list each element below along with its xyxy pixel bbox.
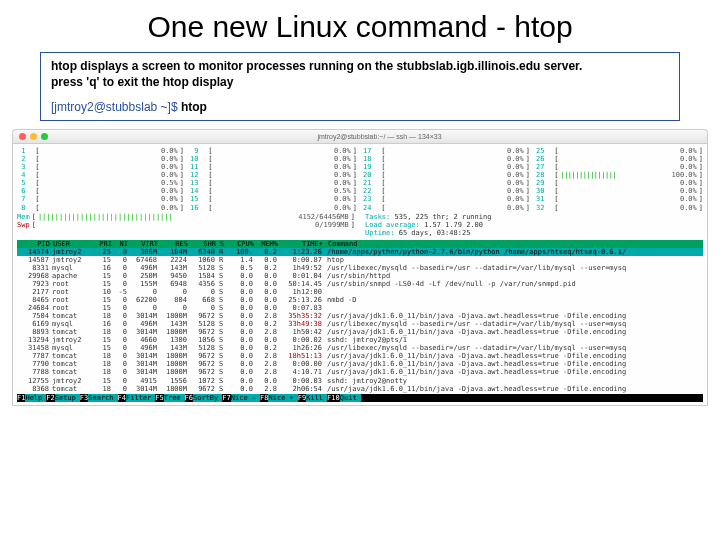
fkey-filter[interactable]: F4Filter [118,394,156,402]
cpu-meter: 28 [|||||||||||||||100.0%] [536,171,703,179]
fkey-kill[interactable]: F9Kill [298,394,327,402]
cpu-meter: 7 [0.0%] [17,195,184,203]
cpu-meter: 15 [0.0%] [190,195,357,203]
process-row[interactable]: 7788tomcat1803014M1800M9672S0.02.84:10.7… [17,368,703,376]
fkey-quit[interactable]: F10Quit [327,394,361,402]
process-row[interactable]: 7787tomcat1803014M1800M9672S0.02.818h51:… [17,352,703,360]
process-row[interactable]: 7923root150155M69484356S0.00.050:14.45/u… [17,280,703,288]
fkey-setup[interactable]: F2Setup [46,394,80,402]
htop-terminal[interactable]: 1 [0.0%] 2 [0.0%] 3 [0.0%] 4 [0.0%] 5 [0… [12,143,708,405]
cpu-meter: 9 [0.0%] [190,147,357,155]
cpu-meter: 22 [0.0%] [363,187,530,195]
process-list[interactable]: 14574jmtroy2250306M104M6340R100.0.21:23.… [17,248,703,393]
load-info: Load average: 1.57 1.79 2.00 [365,221,703,229]
zoom-icon[interactable] [41,133,48,140]
cpu-meter: 5 [0.5%] [17,179,184,187]
tasks-info: Tasks: 535, 225 thr; 2 running [365,213,703,221]
cpu-meter: 14 [0.5%] [190,187,357,195]
process-row[interactable]: 14574jmtroy2250306M104M6340R100.0.21:23.… [17,248,703,256]
process-row[interactable]: 6169mysql160496M143M5128S0.00.233h49:38/… [17,320,703,328]
process-row[interactable]: 8368tomcat1803014M1800M9672S0.02.82h06:5… [17,385,703,393]
cpu-meter: 12 [0.0%] [190,171,357,179]
fkey-help[interactable]: F1Help [17,394,46,402]
minimize-icon[interactable] [30,133,37,140]
cpu-meter: 1 [0.0%] [17,147,184,155]
description-box: htop displays a screen to monitor proces… [40,52,680,121]
process-row[interactable]: 8331mysql160496M143M5128S0.50.21h49:52/u… [17,264,703,272]
cpu-meter: 6 [0.0%] [17,187,184,195]
close-icon[interactable] [19,133,26,140]
cpu-meter: 13 [0.0%] [190,179,357,187]
cpu-meter: 32 [0.0%] [536,204,703,212]
cpu-meter: 29 [0.0%] [536,179,703,187]
cpu-meter: 31 [0.0%] [536,195,703,203]
cpu-meter: 16 [0.0%] [190,204,357,212]
fkey-nice +[interactable]: F8Nice + [260,394,298,402]
cpu-meter: 26 [0.0%] [536,155,703,163]
process-header[interactable]: PIDUSERPRINIVIRTRESSHRSCPU%MEM%TIME+Comm… [17,240,703,248]
cpu-meter: 23 [0.0%] [363,195,530,203]
cpu-meter: 21 [0.0%] [363,179,530,187]
cpu-meter: 17 [0.0%] [363,147,530,155]
process-row[interactable]: 14587jmtroy21506746822241060R1.40.00:00.… [17,256,703,264]
process-row[interactable]: 29968apache150250M94501584S0.00.00:01.04… [17,272,703,280]
cpu-meter: 18 [0.0%] [363,155,530,163]
uptime-info: Uptime: 65 days, 03:48:25 [365,229,703,237]
desc-line-2: press 'q' to exit the htop display [51,75,669,91]
function-key-bar[interactable]: F1HelpF2SetupF3SearchF4FilterF5TreeF6Sor… [17,394,703,402]
process-row[interactable]: 8893tomcat1803014M1800M9672S0.02.81h50:4… [17,328,703,336]
fkey-sortby[interactable]: F6SortBy [185,394,223,402]
cpu-meter: 2 [0.0%] [17,155,184,163]
process-row[interactable]: 7504tomcat1803014M1800M9672S0.02.835h35:… [17,312,703,320]
process-row[interactable]: 31458mysql150496M143M5128S0.00.21h26:26/… [17,344,703,352]
cpu-meter: 24 [0.0%] [363,204,530,212]
swap-meter: Swp[0/1999MB] [17,221,355,229]
cpu-meter: 19 [0.0%] [363,163,530,171]
cpu-meter: 11 [0.0%] [190,163,357,171]
cpu-meter: 8 [0.0%] [17,204,184,212]
cpu-meter: 30 [0.0%] [536,187,703,195]
slide-title: One new Linux command - htop [40,10,680,44]
mac-titlebar: jmtroy2@stubbslab:~/ — ssh — 134×33 [12,129,708,143]
cpu-meter: 10 [0.0%] [190,155,357,163]
window-title: jmtroy2@stubbslab:~/ — ssh — 134×33 [317,133,441,140]
process-row[interactable]: 12755jmtroy2150491515561072S0.00.00:00.0… [17,377,703,385]
cpu-meters: 1 [0.0%] 2 [0.0%] 3 [0.0%] 4 [0.0%] 5 [0… [17,147,703,211]
cpu-meter: 4 [0.0%] [17,171,184,179]
shell-prompt: [jmtroy2@stubbslab ~]$ htop [51,100,669,114]
process-row[interactable]: 7790tomcat1803014M1800M9672S0.02.80:00.0… [17,360,703,368]
prompt-command: htop [181,100,207,114]
process-row[interactable]: 8465root15062200804668S0.00.025:13.26nmb… [17,296,703,304]
process-row[interactable]: 13294jmtroy2150466013001056S0.00.00:00.0… [17,336,703,344]
mem-meter: Mem[||||||||||||||||||||||||||||||||4152… [17,213,355,221]
fkey-search[interactable]: F3Search [80,394,118,402]
process-row[interactable]: 2177root10-5000S0.00.01h12:00 [17,288,703,296]
fkey-tree[interactable]: F5Tree [155,394,184,402]
cpu-meter: 20 [0.0%] [363,171,530,179]
prompt-user: [jmtroy2@stubbslab ~]$ [51,100,181,114]
cpu-meter: 25 [0.0%] [536,147,703,155]
process-row[interactable]: 24684root150000S0.00.00:07.83 [17,304,703,312]
cpu-meter: 27 [0.0%] [536,163,703,171]
cpu-meter: 3 [0.0%] [17,163,184,171]
desc-line-1: htop displays a screen to monitor proces… [51,59,669,75]
fkey-nice -[interactable]: F7Nice - [222,394,260,402]
